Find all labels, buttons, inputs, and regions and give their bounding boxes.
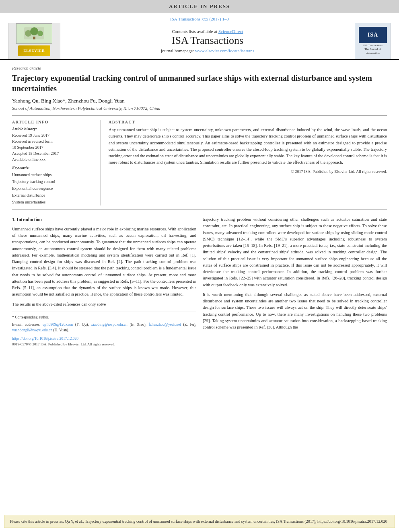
email-yuan-link[interactable]: yuandongli@nwpu.edu.cn xyxy=(12,328,52,332)
received-date: Received 19 June 2017 Received in revise… xyxy=(12,132,95,162)
content-area: Research article Trajectory exponential … xyxy=(0,60,399,515)
body-columns: 1. Introduction Unmanned surface ships h… xyxy=(12,216,387,347)
footnote-area: * Corresponding author. E-mail addresses… xyxy=(12,312,196,347)
abstract-title: ABSTRACT xyxy=(109,120,387,124)
journal-citation-line: ISA Transactions xxx (2017) 1–9 xyxy=(8,16,391,21)
isa-logo: ISA xyxy=(359,27,387,43)
svg-point-2 xyxy=(30,27,38,35)
aip-banner-text: ARTICLE IN PRESS xyxy=(169,3,230,9)
sciencedirect-link[interactable]: ScienceDirect xyxy=(218,29,243,34)
intro-para1: Unmanned surface ships have currently pl… xyxy=(12,226,196,298)
isa-subtitle: ISA TransactionsThe Journal ofAutomation xyxy=(363,44,383,55)
journal-center: Contents lists available at ScienceDirec… xyxy=(60,29,355,53)
email-xiao-link[interactable]: xiaobing@nwpu.edu.cn xyxy=(91,322,128,327)
issn-line: 0019-0578/© 2017 ISA. Published by Elsev… xyxy=(12,342,196,347)
journal-title: ISA Transactions xyxy=(68,35,347,47)
email-line: E-mail addresses: qyh0809@126.com (Y. Qu… xyxy=(12,322,196,333)
abstract-section: ABSTRACT Any unmanned surface ship is su… xyxy=(109,120,387,205)
email-fu-link[interactable]: fzhenzhou@yeah.net xyxy=(149,322,181,327)
abstract-text: Any unmanned surface ship is subject to … xyxy=(109,127,387,166)
corresponding-note: * Corresponding author. xyxy=(12,314,196,320)
elsevier-logo-box: ELSEVIER xyxy=(8,23,60,59)
right-para2: It is worth mentioning that although sev… xyxy=(203,292,387,331)
col-left: 1. Introduction Unmanned surface ships h… xyxy=(12,216,196,347)
journal-header-main: ELSEVIER Contents lists available at Sci… xyxy=(8,23,391,59)
sciencedirect-line: Contents lists available at ScienceDirec… xyxy=(68,29,347,34)
col-right: trajectory tracking problem without cons… xyxy=(203,216,387,347)
isa-logo-box: ISA ISA TransactionsThe Journal ofAutoma… xyxy=(355,23,391,59)
journal-homepage-link[interactable]: www.elsevier.com/locate/isatrans xyxy=(195,48,254,53)
journal-header: ISA Transactions xxx (2017) 1–9 xyxy=(0,13,399,60)
right-para1: trajectory tracking problem without cons… xyxy=(203,216,387,288)
journal-homepage: journal homepage: www.elsevier.com/locat… xyxy=(68,48,347,53)
email-qu-link[interactable]: qyh0809@126.com xyxy=(43,322,73,327)
article-info-title: ARTICLE INFO xyxy=(12,120,95,124)
authors: Yaohong Qu, Bing Xiao*, Zhenzhou Fu, Don… xyxy=(12,98,387,104)
history-title: Article history: xyxy=(12,127,95,131)
aip-banner: ARTICLE IN PRESS xyxy=(0,0,399,13)
intro-para2: The results in the above-cited reference… xyxy=(12,301,196,308)
keywords-title: Keywords: xyxy=(12,166,95,170)
affiliation: School of Automation, Northwestern Polyt… xyxy=(12,106,387,111)
article-info: ARTICLE INFO Article history: Received 1… xyxy=(12,120,101,205)
citation-bar: Please cite this article in press as: Qu… xyxy=(4,515,395,528)
svg-point-3 xyxy=(37,31,43,36)
doi-line: https://doi.org/10.1016/j.isatra.2017.12… xyxy=(12,336,196,342)
page: ARTICLE IN PRESS ISA Transactions xxx (2… xyxy=(0,0,399,532)
doi-link[interactable]: https://doi.org/10.1016/j.isatra.2017.12… xyxy=(12,337,78,341)
article-type: Research article xyxy=(12,66,387,70)
keywords-list: Unmanned surface ships Trajectory tracki… xyxy=(12,171,95,205)
elsevier-wordmark: ELSEVIER xyxy=(18,45,50,56)
paper-title: Trajectory exponential tracking control … xyxy=(12,73,387,94)
svg-rect-4 xyxy=(33,37,35,39)
info-abstract-section: ARTICLE INFO Article history: Received 1… xyxy=(12,115,387,210)
copyright-line: © 2017 ISA. Published by Elsevier Ltd. A… xyxy=(109,169,387,174)
introduction-heading: 1. Introduction xyxy=(12,216,196,224)
